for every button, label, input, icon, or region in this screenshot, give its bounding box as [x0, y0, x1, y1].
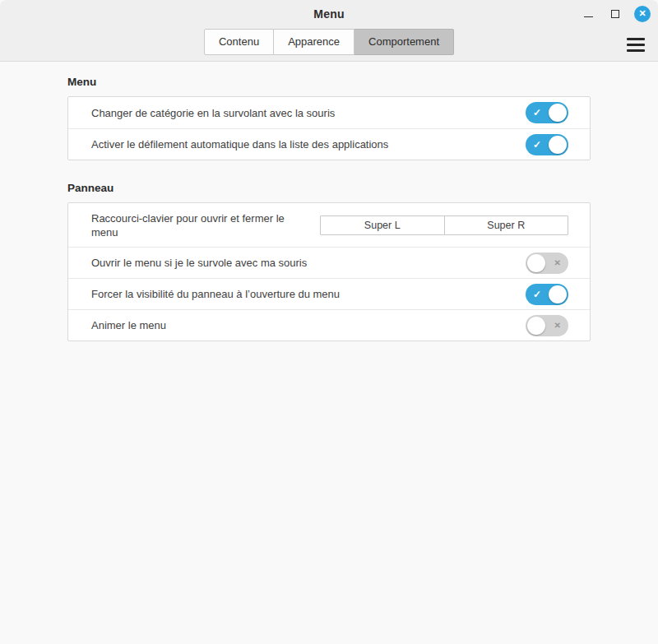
settings-window: Menu ✕ Contenu Apparence Comportement Me…: [0, 0, 658, 644]
maximize-icon: [611, 10, 619, 18]
setting-row: Animer le menu ✓ ✕: [68, 309, 590, 341]
setting-label: Raccourci-clavier pour ouvrir et fermer …: [91, 211, 320, 239]
toggle-knob: [549, 104, 567, 122]
check-icon: ✓: [533, 290, 541, 299]
minimize-icon: [584, 16, 593, 17]
section-heading-menu: Menu: [67, 76, 591, 88]
tab-apparence[interactable]: Apparence: [274, 29, 354, 55]
settings-content: Menu Changer de catégorie en la survolan…: [0, 62, 658, 341]
tab-bar: Contenu Apparence Comportement: [0, 27, 658, 62]
toggle-switch[interactable]: ✓ ✕: [526, 315, 568, 336]
tab-comportement[interactable]: Comportement: [354, 29, 454, 55]
toggle-switch[interactable]: ✓ ✕: [526, 253, 568, 274]
tab-group: Contenu Apparence Comportement: [204, 29, 454, 55]
tab-contenu[interactable]: Contenu: [204, 29, 274, 55]
minimize-button[interactable]: [580, 6, 596, 22]
settings-group-menu: Changer de catégorie en la survolant ave…: [67, 96, 591, 160]
setting-row: Raccourci-clavier pour ouvrir et fermer …: [68, 203, 590, 247]
toggle-knob: [549, 285, 567, 303]
setting-label: Ouvrir le menu si je le survole avec ma …: [91, 256, 526, 270]
toggle-switch[interactable]: ✓ ✕: [526, 102, 568, 123]
close-icon: ✕: [638, 9, 646, 18]
toggle-switch[interactable]: ✓ ✕: [526, 284, 568, 305]
close-button[interactable]: ✕: [634, 6, 651, 22]
toggle-knob: [527, 254, 545, 272]
settings-group-panneau: Raccourci-clavier pour ouvrir et fermer …: [67, 202, 591, 341]
cross-icon: ✕: [554, 259, 561, 267]
titlebar: Menu ✕: [0, 0, 658, 27]
setting-row: Forcer la visibilité du panneau à l’ouve…: [68, 278, 590, 309]
check-icon: ✓: [533, 108, 541, 118]
section-heading-panneau: Panneau: [67, 182, 591, 194]
cross-icon: ✕: [554, 322, 561, 330]
check-icon: ✓: [533, 140, 541, 150]
setting-row: Ouvrir le menu si je le survole avec ma …: [68, 247, 590, 278]
window-header: Menu ✕ Contenu Apparence Comportement: [0, 0, 658, 62]
setting-label: Forcer la visibilité du panneau à l’ouve…: [91, 287, 526, 301]
setting-row: Changer de catégorie en la survolant ave…: [68, 97, 590, 128]
toggle-knob: [527, 317, 545, 335]
setting-row: Activer le défilement automatique dans l…: [68, 128, 590, 160]
toggle-knob: [549, 136, 567, 154]
setting-label: Changer de catégorie en la survolant ave…: [91, 106, 526, 120]
toggle-switch[interactable]: ✓ ✕: [526, 134, 568, 155]
window-title: Menu: [313, 7, 344, 21]
setting-label: Activer le défilement automatique dans l…: [91, 137, 526, 151]
maximize-button[interactable]: [607, 6, 623, 22]
hamburger-menu-icon[interactable]: [627, 35, 646, 53]
keybinding-button-1[interactable]: Super L: [321, 216, 444, 234]
setting-label: Animer le menu: [91, 318, 526, 332]
keybinding-button-2[interactable]: Super R: [444, 216, 568, 234]
keybinding-picker: Super L Super R: [320, 215, 568, 235]
window-controls: ✕: [580, 0, 651, 27]
